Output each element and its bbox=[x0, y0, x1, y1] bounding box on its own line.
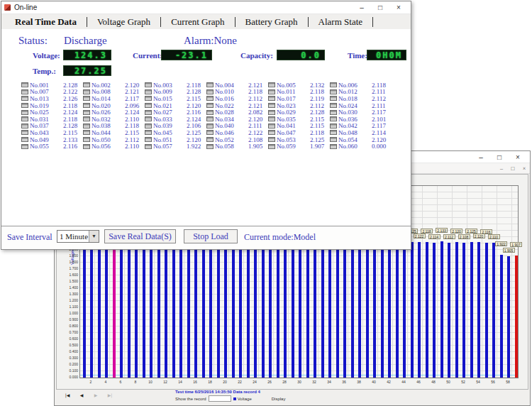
close-icon[interactable]: × bbox=[509, 152, 527, 163]
battery-cell: No.0262.124 bbox=[83, 109, 145, 116]
cell-number: No.044 bbox=[92, 129, 118, 136]
chart-bar bbox=[277, 243, 279, 378]
y-axis-tick-label: 0.000 bbox=[58, 375, 78, 379]
chart-bar bbox=[143, 241, 145, 378]
x-axis-tick-label: 22 bbox=[235, 380, 245, 384]
cell-number: No.002 bbox=[92, 82, 118, 89]
cell-number: No.045 bbox=[153, 129, 179, 136]
y-axis-tick-label: 0.300 bbox=[58, 356, 78, 360]
tab-separator bbox=[308, 17, 309, 27]
battery-cell: No.0492.133 bbox=[21, 136, 83, 143]
battery-cell: No.0392.106 bbox=[145, 123, 206, 130]
battery-cell: No.0292.128 bbox=[268, 109, 330, 116]
battery-cell: No.0232.112 bbox=[268, 102, 330, 109]
last-record-button[interactable]: ▶| bbox=[104, 392, 116, 399]
battery-cell: No.0342.120 bbox=[206, 116, 268, 123]
battery-icon bbox=[206, 124, 214, 128]
cell-number: No.014 bbox=[92, 95, 118, 102]
tab-alarm-state[interactable]: Alarm State bbox=[309, 16, 372, 28]
chart-bar bbox=[388, 242, 391, 378]
real-time-data-panel: Status: Discharge Alarm:None Voltage: 12… bbox=[1, 29, 411, 249]
bar-value-label: 2.133 bbox=[436, 228, 448, 233]
tab-real-time-data[interactable]: Real Time Data bbox=[6, 16, 86, 28]
chart-bar bbox=[500, 255, 503, 378]
y-axis-tick-label: 1.700 bbox=[58, 266, 78, 270]
x-axis-tick-label: 16 bbox=[190, 380, 200, 384]
prev-record-button[interactable]: ◀ bbox=[76, 392, 87, 399]
cell-number: No.024 bbox=[338, 102, 365, 109]
battery-icon bbox=[83, 96, 90, 101]
x-axis-tick-label: 42 bbox=[384, 380, 394, 384]
cell-number: No.020 bbox=[92, 102, 118, 109]
chart-bar bbox=[135, 242, 138, 378]
chart-bar bbox=[477, 242, 480, 378]
battery-cell: No.0332.124 bbox=[145, 116, 206, 123]
chart-bar bbox=[179, 242, 182, 378]
save-interval-value: 1 Minute bbox=[57, 232, 89, 241]
cell-number: No.033 bbox=[153, 116, 179, 123]
cell-number: No.048 bbox=[338, 129, 365, 136]
cell-voltage: 2.120 bbox=[248, 116, 262, 123]
battery-icon bbox=[206, 82, 214, 87]
child-restore-icon[interactable]: □ bbox=[507, 165, 519, 172]
maximize-icon[interactable]: □ bbox=[371, 2, 389, 13]
cell-number: No.043 bbox=[30, 129, 56, 136]
cell-voltage: 1.907 bbox=[310, 143, 324, 150]
cell-number: No.012 bbox=[338, 88, 365, 95]
save-real-data-button[interactable]: Save Real Data(S) bbox=[104, 229, 176, 243]
chart-bar bbox=[83, 241, 86, 378]
cell-number: No.037 bbox=[30, 122, 56, 129]
chart-bar bbox=[403, 243, 406, 378]
show-record-label: Show the record bbox=[175, 397, 206, 401]
chart-bar bbox=[470, 242, 473, 378]
tab-voltage-graph[interactable]: Voltage Graph bbox=[88, 16, 160, 28]
cell-number: No.054 bbox=[338, 136, 365, 143]
cell-voltage: 2.096 bbox=[125, 102, 139, 109]
chart-bar bbox=[306, 242, 309, 378]
battery-icon bbox=[145, 130, 152, 135]
record-number-input[interactable] bbox=[209, 395, 231, 402]
tab-separator bbox=[372, 17, 373, 27]
battery-icon bbox=[268, 89, 275, 94]
battery-cell: No.0302.117 bbox=[330, 109, 392, 116]
battery-icon bbox=[145, 144, 152, 149]
cell-voltage: 2.117 bbox=[125, 95, 139, 102]
next-record-button[interactable]: ▶ bbox=[90, 392, 101, 399]
tab-battery-graph[interactable]: Battery Graph bbox=[236, 16, 307, 28]
battery-cell: No.0062.118 bbox=[330, 82, 392, 89]
display-label[interactable]: Display bbox=[272, 397, 286, 401]
cell-number: No.023 bbox=[277, 102, 303, 109]
chevron-down-icon[interactable]: ▼ bbox=[89, 231, 99, 242]
stop-load-button[interactable]: Stop Load bbox=[184, 229, 238, 243]
maximize-icon[interactable]: □ bbox=[490, 152, 509, 163]
y-axis-tick-label: 0.500 bbox=[58, 343, 78, 347]
cell-number: No.042 bbox=[338, 122, 365, 129]
cell-voltage: 2.118 bbox=[63, 102, 77, 109]
chart-bar bbox=[128, 242, 131, 378]
cell-voltage: 1.922 bbox=[187, 143, 201, 150]
battery-cell: No.0452.125 bbox=[145, 129, 206, 136]
child-minimize-icon[interactable]: – bbox=[496, 165, 507, 172]
save-interval-select[interactable]: 1 Minute ▼ bbox=[57, 230, 99, 243]
minimize-icon[interactable]: – bbox=[353, 2, 371, 13]
tab-current-graph[interactable]: Current Graph bbox=[162, 16, 233, 28]
battery-cell: No.0502.112 bbox=[83, 136, 145, 143]
cell-voltage: 2.128 bbox=[63, 82, 77, 89]
battery-cell: No.0032.118 bbox=[145, 82, 206, 89]
cell-number: No.039 bbox=[153, 122, 179, 129]
cell-number: No.041 bbox=[277, 122, 303, 129]
close-icon[interactable]: × bbox=[389, 2, 408, 13]
battery-icon bbox=[268, 124, 275, 128]
chart-bar bbox=[113, 241, 116, 378]
cell-voltage: 2.120 bbox=[372, 136, 386, 143]
battery-cell: No.0052.132 bbox=[268, 82, 330, 89]
bar-value-label: 1.922 bbox=[495, 241, 507, 246]
child-close-icon[interactable]: × bbox=[519, 165, 530, 172]
chart-bar bbox=[396, 243, 399, 378]
cell-number: No.055 bbox=[30, 143, 56, 150]
first-record-button[interactable]: |◀ bbox=[62, 392, 73, 399]
minimize-icon[interactable]: – bbox=[472, 152, 490, 163]
chart-bar bbox=[224, 243, 227, 378]
battery-icon bbox=[83, 124, 90, 128]
status-value: Discharge bbox=[64, 35, 107, 47]
